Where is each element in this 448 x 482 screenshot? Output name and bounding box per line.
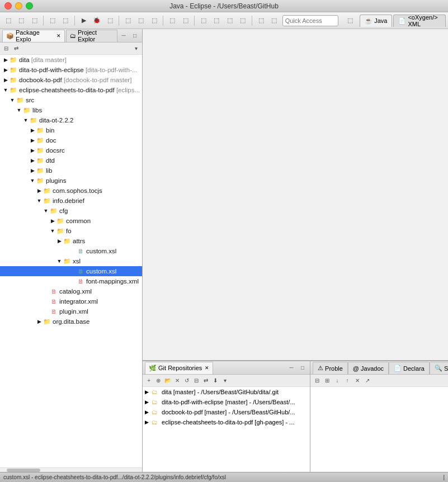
package-explorer-close[interactable]: ✕	[56, 33, 61, 39]
tree-item-doc[interactable]: ▶ 📁 doc	[0, 135, 142, 145]
results-collapse-all[interactable]: ⊟	[313, 376, 322, 385]
git-fetch[interactable]: ⬇	[211, 376, 220, 385]
git-view-menu[interactable]: ▾	[220, 376, 229, 385]
toolbar-btn-18[interactable]: ⬚	[255, 14, 267, 27]
results-expand-all[interactable]: ⊞	[323, 376, 332, 385]
git-collapse-all[interactable]: ⊟	[192, 376, 201, 385]
git-refresh[interactable]: ↺	[182, 376, 191, 385]
git-item-dita[interactable]: ▶ 🗂 dita [master] - /Users/Beast/GitHub/…	[143, 387, 310, 397]
tree-item-info-debrief[interactable]: ▼ 📁 info.debrief	[0, 196, 142, 206]
package-explorer-tree[interactable]: ▶ 📁 dita [dita master] ▶ 📁 dita-to-pdf-w…	[0, 55, 142, 467]
git-item-docbook[interactable]: ▶ 🗂 docbook-to-pdf [master] - /Users/Bea…	[143, 407, 310, 417]
tree-hscrollbar[interactable]	[0, 467, 142, 472]
tree-item-com-sophos[interactable]: ▶ 📁 com.sophos.tocjs	[0, 186, 142, 196]
git-remove-repo[interactable]: ✕	[173, 376, 182, 385]
git-item-eclipse-cs[interactable]: ▶ 🗂 eclipse-cheatsheets-to-dita-to-pdf […	[143, 417, 310, 427]
tree-item-custom-xsl-attrs[interactable]: ▶ 🗎 custom.xsl	[0, 246, 142, 256]
java-perspective-label: Java	[374, 17, 387, 24]
tree-item-common[interactable]: ▶ 📁 common	[0, 216, 142, 226]
tab-search[interactable]: 🔍 Search	[430, 362, 448, 374]
minimize-button[interactable]	[15, 2, 22, 10]
toolbar-btn-19[interactable]: ⬚	[268, 14, 280, 27]
tree-item-dita-ot[interactable]: ▼ 📁 dita-ot-2.2.2	[0, 115, 142, 125]
tree-item-cfg[interactable]: ▼ 📁 cfg	[0, 206, 142, 216]
toolbar-btn-13[interactable]: ⬚	[180, 14, 191, 27]
toolbar-btn-5[interactable]: ⬚	[60, 14, 72, 27]
git-add-existing[interactable]: 📂	[163, 376, 172, 385]
toolbar-btn-14[interactable]: ⬚	[197, 14, 209, 27]
tree-item-eclipse-cs[interactable]: ▼ 📁 eclipse-cheatsheets-to-dita-to-pdf […	[0, 85, 142, 95]
tab-javadoc[interactable]: @ Javadoc	[348, 362, 389, 374]
git-toolbar: + ⊕ 📂 ✕ ↺ ⊟ ⇄ ⬇ ▾	[143, 375, 310, 387]
git-maximize-btn[interactable]: □	[298, 363, 308, 373]
tree-item-catalog[interactable]: ▶ 🗎 catalog.xml	[0, 286, 142, 296]
tree-item-dita-to-pdf[interactable]: ▶ 📁 dita-to-pdf-with-eclipse [dita-to-pd…	[0, 65, 142, 75]
toolbar-btn-4[interactable]: ⬚	[46, 14, 58, 27]
quick-access-input[interactable]	[282, 15, 338, 26]
tree-item-org-dita[interactable]: ▶ 📁 org.dita.base	[0, 316, 142, 327]
tab-project-explorer[interactable]: 🗂 Project Explor	[66, 30, 117, 42]
tree-item-lib[interactable]: ▶ 📁 lib	[0, 166, 142, 176]
toolbar-btn-16[interactable]: ⬚	[224, 14, 235, 27]
tree-item-xsl[interactable]: ▼ 📁 xsl	[0, 256, 142, 266]
toolbar-btn-3[interactable]: ⬚	[29, 14, 40, 27]
tab-package-explorer[interactable]: 📦 Package Explo ✕	[2, 30, 65, 42]
toolbar-sep-6	[252, 16, 252, 26]
debug-button[interactable]: 🐞	[91, 14, 102, 27]
tree-item-dita[interactable]: ▶ 📁 dita [dita master]	[0, 55, 142, 65]
toolbar-btn-15[interactable]: ⬚	[211, 14, 223, 27]
toolbar-btn-12[interactable]: ⬚	[166, 14, 178, 27]
tree-item-src[interactable]: ▼ 📁 src	[0, 95, 142, 105]
toolbar-btn-9[interactable]: ⬚	[122, 14, 134, 27]
tree-item-docbook[interactable]: ▶ 📁 docbook-to-pdf [docbook-to-pdf maste…	[0, 75, 142, 85]
results-clear[interactable]: ✕	[353, 376, 362, 385]
tree-item-libs[interactable]: ▼ 📁 libs	[0, 105, 142, 115]
perspective-tab-java[interactable]: ☕ Java	[360, 15, 392, 27]
status-text: custom.xsl - eclipse-cheatsheets-to-dita…	[3, 474, 226, 480]
toolbar-btn-8[interactable]: ⬚	[104, 14, 116, 27]
tree-item-attrs[interactable]: ▶ 📁 attrs	[0, 236, 142, 246]
perspective-btn-open[interactable]: ⬚	[345, 14, 356, 27]
collapse-all-btn[interactable]: ⊟	[2, 44, 11, 53]
tree-item-custom-xsl[interactable]: ▶ 🗎 custom.xsl	[0, 266, 142, 276]
collapse-panel-btn[interactable]: ─	[119, 31, 129, 41]
git-clone-repo[interactable]: ⊕	[154, 376, 163, 385]
forward-button[interactable]: ⬚	[15, 14, 27, 27]
tree-item-integrator[interactable]: ▶ 🗎 integrator.xml	[0, 296, 142, 306]
git-item-dita-pdf[interactable]: ▶ 🗂 dita-to-pdf-with-eclipse [master] - …	[143, 397, 310, 407]
window-controls[interactable]	[4, 2, 33, 10]
git-minimize-btn[interactable]: ─	[286, 363, 296, 373]
tree-view-menu-btn[interactable]: ▾	[131, 44, 140, 53]
perspective-tab-oxygen[interactable]: 📄 <oXygen/> XML	[393, 15, 446, 27]
git-close[interactable]: ✕	[205, 365, 209, 371]
tree-item-plugin-xml[interactable]: ▶ 🗎 plugin.xml	[0, 306, 142, 316]
tree-item-plugins[interactable]: ▼ 📁 plugins	[0, 176, 142, 186]
back-button[interactable]: ⬚	[2, 14, 14, 27]
results-view-menu[interactable]: ↗	[363, 376, 372, 385]
git-link-editor[interactable]: ⇄	[201, 376, 210, 385]
tree-item-fo[interactable]: ▼ 📁 fo	[0, 226, 142, 236]
run-button[interactable]: ▶	[78, 14, 89, 27]
tree-item-bin[interactable]: ▶ 📁 bin	[0, 125, 142, 135]
tree-item-docsrc[interactable]: ▶ 📁 docsrc	[0, 145, 142, 155]
results-down[interactable]: ↓	[333, 376, 342, 385]
maximize-panel-btn[interactable]: □	[130, 31, 140, 41]
maximize-button[interactable]	[26, 2, 33, 10]
oxygen-perspective-label: <oXygen/> XML	[408, 14, 441, 27]
tab-git-repositories[interactable]: 🌿 Git Repositories ✕	[145, 362, 213, 374]
folder-icon-cfg: 📁	[49, 206, 58, 215]
tree-item-dtd[interactable]: ▶ 📁 dtd	[0, 155, 142, 166]
toolbar-btn-11[interactable]: ⬚	[148, 14, 160, 27]
tree-item-font-mappings[interactable]: ▶ 🗎 font-mappings.xml	[0, 276, 142, 286]
results-up[interactable]: ↑	[343, 376, 352, 385]
git-add-repo[interactable]: +	[144, 376, 153, 385]
toolbar-btn-10[interactable]: ⬚	[135, 14, 147, 27]
close-button[interactable]	[4, 2, 12, 10]
toolbar-btn-17[interactable]: ⬚	[237, 14, 248, 27]
tab-declaration[interactable]: 📄 Declara	[389, 362, 430, 374]
quick-access-search[interactable]	[282, 15, 338, 26]
link-editor-btn[interactable]: ⇄	[12, 44, 21, 53]
tab-problems[interactable]: ⚠ Proble	[313, 362, 348, 374]
folder-icon-common: 📁	[56, 216, 65, 225]
status-bar-right: |	[443, 474, 445, 480]
